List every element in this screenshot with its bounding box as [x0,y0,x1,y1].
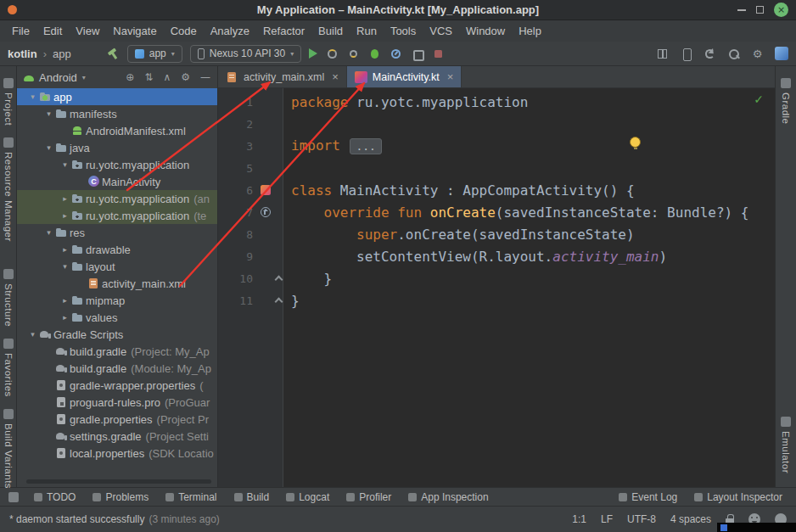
debug-icon[interactable] [368,48,381,60]
chevron-down-icon[interactable] [43,143,54,152]
chevron-right-icon[interactable] [59,245,70,254]
override-icon[interactable] [261,207,271,217]
tree-item-ru-yotc-myapplication-te[interactable]: ru.yotc.myapplication(te [17,207,217,224]
toolwindows-icon[interactable] [656,48,669,60]
collapse-all-icon[interactable]: ∧ [163,71,171,83]
device-selector-dropdown[interactable]: Nexus 10 API 30 ▾ [190,45,301,63]
fold-end-icon[interactable] [275,298,283,306]
close-tab-icon[interactable] [447,71,454,82]
menu-item-window[interactable]: Window [459,20,512,42]
tree-item-mipmap[interactable]: mipmap [17,292,217,309]
chevron-right-icon[interactable] [59,194,70,203]
tree-item-values[interactable]: values [17,309,217,326]
toolbar-item-logcat[interactable]: Logcat [277,488,338,507]
toolbar-item-profiler[interactable]: Profiler [338,488,400,507]
tree-item-ru-yotc-myapplication[interactable]: ru.yotc.myapplication [17,156,217,173]
apply-changes-icon[interactable] [326,48,339,60]
profiler-icon[interactable] [390,48,402,60]
sync-project-icon[interactable] [704,48,716,60]
minimize-icon[interactable] [737,9,746,11]
caret-position[interactable]: 1:1 [572,513,586,525]
build-hammer-icon[interactable] [107,48,120,60]
stop-icon[interactable] [432,48,445,60]
toolbar-item-problems[interactable]: Problems [84,488,157,507]
chevron-down-icon[interactable] [27,330,38,339]
tree-item-layout[interactable]: layout [17,258,217,275]
maximize-icon[interactable] [756,6,764,14]
tree-item-proguard-rules-pro-proguar[interactable]: proguard-rules.pro(ProGuar [17,394,217,411]
toolbar-item-app-inspection[interactable]: App Inspection [400,488,496,507]
chevron-right-icon[interactable] [59,211,70,220]
menu-item-file[interactable]: File [5,20,36,42]
chevron-down-icon[interactable] [59,262,70,271]
toolwindow-button-gradle[interactable]: Gradle [781,78,791,125]
menu-item-view[interactable]: View [69,20,106,42]
toolbar-item-event-log[interactable]: Event Log [610,488,686,507]
tree-item-manifests[interactable]: manifests [17,105,217,122]
settings-icon[interactable] [751,48,764,60]
menu-item-navigate[interactable]: Navigate [106,20,163,42]
tree-item-build-gradle-project-my-ap[interactable]: build.gradle(Project: My_Ap [17,343,217,360]
close-tab-icon[interactable] [332,71,339,82]
chevron-right-icon[interactable] [59,313,70,322]
chevron-down-icon[interactable] [43,109,54,118]
locate-file-icon[interactable]: ⊕ [126,71,134,83]
file-encoding[interactable]: UTF-8 [627,513,656,525]
tab-activity-main-xml[interactable]: activity_main.xml [218,66,347,87]
chevron-down-icon[interactable]: ▾ [82,74,86,81]
toolwindow-button-build-variants[interactable]: Build Variants [3,409,14,489]
tree-item-app[interactable]: app [17,88,217,105]
run-configuration-dropdown[interactable]: app ▾ [127,45,182,63]
apply-code-changes-icon[interactable] [347,48,360,60]
tree-item-local-properties-sdk-locatio[interactable]: local.properties(SDK Locatio [17,445,217,462]
hide-panel-icon[interactable]: — [200,71,210,83]
chevron-down-icon[interactable] [27,92,38,101]
settings-icon[interactable]: ⚙ [181,71,190,83]
toolbar-item-terminal[interactable]: Terminal [157,488,225,507]
tab-mainactivity-kt[interactable]: MainActivity.kt [347,66,462,87]
project-view-mode[interactable]: Android [39,71,77,84]
indent-size[interactable]: 4 spaces [670,513,711,525]
toolwindow-button-project[interactable]: Project [3,78,14,126]
device-manager-icon[interactable] [680,48,692,60]
toolwindow-button-resource-manager[interactable]: Resource Manager [3,137,14,242]
tree-item-java[interactable]: java [17,139,217,156]
menu-item-vcs[interactable]: VCS [423,20,459,42]
menu-item-code[interactable]: Code [164,20,204,42]
project-hscrollbar[interactable] [20,479,215,484]
close-icon[interactable]: × [774,3,788,17]
attach-debugger-icon[interactable] [411,48,423,60]
tree-item-mainactivity[interactable]: MainActivity [17,173,217,190]
tree-item-gradle-properties-project-pr[interactable]: gradle.properties(Project Pr [17,411,217,428]
tree-item-build-gradle-module-my-ap[interactable]: build.gradle(Module: My_Ap [17,360,217,377]
class-icon[interactable] [261,185,271,195]
toolwindow-button-emulator[interactable]: Emulator [781,417,791,473]
chevron-down-icon[interactable] [43,228,54,237]
breadcrumb-folder[interactable]: app [53,48,71,60]
code-area[interactable]: 1package ru.yotc.myapplication23import .… [218,88,775,487]
menu-item-refactor[interactable]: Refactor [256,20,311,42]
tree-item-activity-main-xml[interactable]: activity_main.xml [17,275,217,292]
scrollbar-thumb[interactable] [26,479,211,484]
tree-item-gradle-wrapper-properties[interactable]: gradle-wrapper.properties( [17,377,217,394]
toolwindow-switcher-icon[interactable] [8,492,19,502]
toolbar-item-layout-inspector[interactable]: Layout Inspector [686,488,791,507]
toolwindow-button-structure[interactable]: Structure [3,269,14,327]
expand-all-icon[interactable]: ⇅ [144,71,153,83]
tree-item-androidmanifest-xml[interactable]: AndroidManifest.xml [17,122,217,139]
toolwindow-button-favorites[interactable]: Favorites [3,339,14,397]
toolbar-item-todo[interactable]: TODO [25,488,84,507]
tree-item-drawable[interactable]: drawable [17,241,217,258]
tree-item-res[interactable]: res [17,224,217,241]
search-everywhere-icon[interactable] [727,48,740,60]
breadcrumb-module[interactable]: kotlin [8,48,37,60]
tree-item-gradle-scripts[interactable]: Gradle Scripts [17,326,217,343]
fold-end-icon[interactable] [275,276,283,284]
menu-item-analyze[interactable]: Analyze [204,20,256,42]
menu-item-run[interactable]: Run [350,20,384,42]
line-separator[interactable]: LF [601,513,613,525]
chevron-down-icon[interactable] [59,160,70,169]
menu-item-help[interactable]: Help [512,20,548,42]
menu-item-tools[interactable]: Tools [384,20,423,42]
avatar-icon[interactable] [775,47,788,60]
